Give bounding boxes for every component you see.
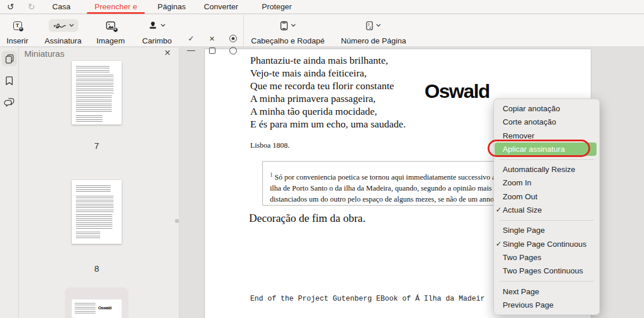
footnote-marker[interactable]: 1 — [270, 171, 273, 178]
poem-line: A minha primavera passageira, — [250, 92, 406, 105]
thumbnail-text-lines — [76, 66, 109, 72]
checkmark-shape-button[interactable]: ✓ — [188, 34, 195, 43]
image-icon: + — [106, 21, 116, 30]
circle-shape-button[interactable] — [229, 47, 237, 54]
menu-item-actual-size[interactable]: ✓Actual Size — [494, 203, 599, 217]
filled-radio-shape-button[interactable] — [229, 35, 237, 42]
cross-shape-button[interactable]: ✕ — [209, 35, 215, 43]
menu-item-zoom-in[interactable]: Zoom In — [494, 176, 599, 189]
menu-item-previous-page[interactable]: Previous Page — [494, 298, 599, 312]
svg-text:2: 2 — [369, 25, 372, 29]
quick-shapes-grid: ✓ ✕ — [181, 32, 243, 57]
insert-text-button[interactable]: T + Inserir — [0, 17, 35, 45]
thumbnail-text-lines — [76, 75, 114, 93]
stamp-label: Carimbo — [136, 36, 178, 45]
thumbnails-panel-button[interactable] — [2, 51, 17, 66]
stamp-button[interactable]: Carimbo — [136, 17, 178, 45]
signature-button[interactable]: Assinatura — [40, 17, 86, 45]
signature-pill — [49, 19, 78, 32]
menu-separator — [499, 159, 594, 160]
menu-item-single-page[interactable]: Single Page — [494, 224, 599, 237]
place-date-text: Lisboa 1808. — [250, 141, 290, 150]
plus-badge-icon: + — [19, 27, 24, 32]
signature-label: Assinatura — [40, 36, 86, 45]
thumbnail-page-7[interactable] — [72, 61, 122, 125]
chevron-down-icon — [69, 24, 74, 27]
square-shape-button[interactable] — [209, 47, 215, 54]
tab-casa[interactable]: Casa — [48, 0, 75, 13]
menu-item-two-pages[interactable]: Two Pages — [494, 251, 599, 264]
poem-line: Phantaziu-te ainda mais brilhante, — [250, 54, 406, 67]
header-footer-label: Cabeçalho e Rodapé — [250, 36, 325, 45]
menu-item-zoom-out[interactable]: Zoom Out — [494, 190, 599, 203]
plus-badge-icon: + — [113, 27, 118, 32]
checkmark-icon: ✓ — [496, 203, 502, 217]
page-number-button[interactable]: 1 2 Número de Página — [339, 17, 408, 45]
active-tab-underline — [87, 12, 145, 14]
menu-item-aplicar-assinatura[interactable]: Aplicar assinatura — [495, 142, 597, 156]
menu-item-next-page[interactable]: Next Page — [494, 285, 599, 298]
thumbnail-page-9-selected[interactable]: Oswald — [65, 287, 129, 318]
poem-line: Vejo-te mais ainda feiticeira, — [250, 67, 406, 79]
top-tab-bar: ↺ ↻ Casa Preencher e assinar Páginas Con… — [0, 0, 644, 14]
thumbnail-text-lines — [76, 115, 103, 122]
menu-separator — [499, 220, 594, 221]
header-footer-icon — [280, 21, 288, 31]
menu-item-two-pages-continuous[interactable]: Two Pages Continuous — [494, 264, 599, 277]
menu-separator — [499, 281, 594, 282]
footnote-text: Só por conveniencia poetica se tornou aq… — [275, 173, 514, 181]
stamp-icon — [148, 21, 158, 30]
menu-item-remover[interactable]: Remover — [494, 129, 599, 142]
header-footer-button[interactable]: Cabeçalho e Rodapé — [250, 17, 325, 45]
annotation-context-menu: Copiar anotação Corte anotação Remover A… — [493, 98, 600, 315]
chevron-down-icon — [291, 24, 296, 27]
bookmarks-panel-button[interactable] — [2, 73, 17, 88]
thumbnail-page-9[interactable]: Oswald — [72, 299, 122, 318]
toolbar-divider — [243, 15, 244, 46]
closing-line-text: Decoração de fim da obra. — [249, 212, 365, 225]
poem-line: E és para mim um echo, uma saudade. — [250, 118, 406, 130]
close-icon[interactable]: ✕ — [164, 48, 171, 57]
pages-icon — [5, 54, 14, 64]
sidebar-icon-rail — [0, 47, 19, 318]
insert-label: Inserir — [0, 36, 35, 45]
page-number-7: 7 — [72, 141, 122, 151]
tab-paginas[interactable]: Páginas — [158, 0, 185, 13]
insert-text-icon: T + — [13, 21, 22, 30]
image-button[interactable]: + Imagem — [89, 17, 132, 45]
thumbnail-signature-text: Oswald — [98, 306, 111, 318]
page-number-icon: 1 2 — [366, 21, 373, 31]
thumbnail-text-lines — [76, 96, 112, 113]
fill-sign-toolbar: T + Inserir Assinatura — [0, 14, 644, 47]
panel-title: Miniaturas — [24, 49, 64, 59]
thumbnail-page-8[interactable] — [72, 180, 122, 244]
app-window: ↺ ↻ Casa Preencher e assinar Páginas Con… — [0, 0, 644, 318]
gutenberg-footer-text: End of the Project Gutenberg EBook of Á … — [250, 277, 485, 318]
menu-item-automatically-resize[interactable]: Automatically Resize — [494, 163, 599, 176]
dash-shape-button[interactable] — [187, 50, 195, 52]
chevron-down-icon — [376, 24, 381, 27]
image-label: Imagem — [89, 36, 132, 45]
thumbnail-text-lines — [76, 196, 114, 212]
comments-icon — [4, 98, 14, 107]
thumbnail-text-lines — [75, 303, 96, 315]
signature-annotation[interactable]: Oswald — [425, 80, 489, 103]
menu-item-single-page-continuous[interactable]: ✓Single Page Continuous — [494, 237, 599, 251]
undo-icon[interactable]: ↺ — [7, 1, 14, 13]
menu-item-copiar-anotacao[interactable]: Copiar anotação — [494, 102, 599, 115]
thumbnail-text-lines — [76, 214, 112, 229]
tab-preencher-e-assinar[interactable]: Preencher e assinar — [87, 0, 145, 13]
thumbnails-panel: Miniaturas ✕ 7 8 Oswald — [19, 47, 180, 318]
tab-proteger[interactable]: Proteger — [262, 0, 290, 13]
tab-converter[interactable]: Converter — [204, 0, 236, 13]
radio-dot — [232, 37, 235, 40]
page-number-8: 8 — [72, 264, 122, 273]
redo-icon[interactable]: ↻ — [28, 1, 35, 13]
poem-text: Phantaziu-te ainda mais brilhante, Vejo-… — [250, 54, 406, 130]
page-number-label: Número de Página — [339, 36, 408, 45]
menu-item-corte-anotacao[interactable]: Corte anotação — [494, 115, 599, 129]
annotations-panel-button[interactable] — [2, 95, 17, 110]
panel-resize-handle[interactable] — [175, 219, 179, 223]
bookmark-icon — [5, 76, 13, 86]
poem-line: A minha tão querida mocidade, — [250, 105, 406, 118]
